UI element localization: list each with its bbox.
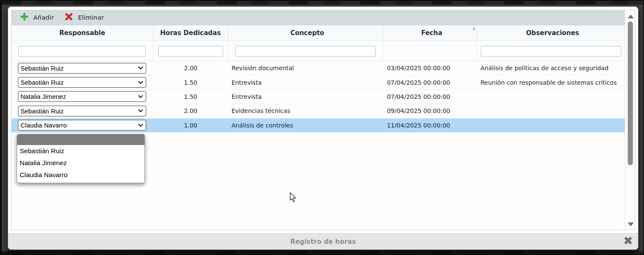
horas-cell: 1.50 bbox=[153, 90, 228, 104]
registro-de-horas-modal: Añadir Eliminar Responsable bbox=[8, 6, 638, 250]
filter-row bbox=[12, 41, 625, 61]
dropdown-option[interactable]: Natalia Jimenez bbox=[17, 157, 144, 169]
vertical-scrollbar[interactable] bbox=[625, 10, 635, 230]
column-header-horas[interactable]: Horas Dedicadas bbox=[153, 25, 228, 41]
select-value: Sebastián Ruiz bbox=[21, 65, 138, 72]
responsable-select[interactable]: Sebastián Ruiz bbox=[18, 77, 146, 88]
table-header-row: Responsable Horas Dedicadas Concepto Fec… bbox=[12, 25, 625, 41]
concepto-cell: Entrevista bbox=[228, 75, 384, 89]
concepto-cell: Entrevista bbox=[228, 90, 384, 104]
column-header-responsable[interactable]: Responsable bbox=[12, 25, 153, 41]
hours-table: Responsable Horas Dedicadas Concepto Fec… bbox=[12, 25, 625, 230]
dimmed-background-text-top bbox=[2, 1, 643, 5]
responsable-dropdown-list: Sebastián Ruiz Natalia Jimenez Claudia N… bbox=[17, 134, 145, 183]
horas-cell: 2.00 bbox=[153, 61, 228, 75]
toolbar: Añadir Eliminar bbox=[12, 10, 625, 25]
column-header-fecha[interactable]: Fecha ▲ bbox=[383, 25, 477, 41]
table-row[interactable]: Sebastián Ruiz 1.50 Entrevista 07/04/202… bbox=[12, 75, 625, 89]
column-header-observaciones[interactable]: Observaciones bbox=[477, 25, 625, 41]
concepto-cell: Evidencias técnicas bbox=[228, 104, 384, 118]
fecha-cell: 11/04/2025 00:00:00 bbox=[383, 119, 477, 132]
modal-footer: Registro de horas ✖ bbox=[8, 233, 638, 249]
concepto-cell: Revisión documental bbox=[228, 61, 384, 75]
scrollbar-thumb[interactable] bbox=[628, 21, 633, 165]
fecha-cell: 07/04/2025 00:00:00 bbox=[383, 90, 477, 104]
responsable-select-open[interactable]: Claudia Navarro bbox=[18, 120, 146, 130]
dropdown-option-empty-highlighted[interactable] bbox=[17, 134, 144, 145]
table-row[interactable]: Natalia Jimenez 1.50 Entrevista 07/04/20… bbox=[12, 90, 625, 104]
mouse-cursor bbox=[289, 192, 297, 205]
chevron-down-icon bbox=[138, 109, 143, 113]
observaciones-cell: Reunión con responsable de sistemas crít… bbox=[477, 75, 625, 89]
responsable-select[interactable]: Natalia Jimenez bbox=[18, 91, 146, 102]
x-delete-icon bbox=[65, 13, 73, 22]
chevron-down-icon bbox=[138, 95, 143, 98]
horas-cell: 1.50 bbox=[153, 75, 228, 89]
add-button[interactable]: Añadir bbox=[17, 11, 57, 24]
delete-button[interactable]: Eliminar bbox=[62, 11, 107, 24]
select-value: Sebastián Ruiz bbox=[21, 107, 138, 115]
concepto-cell: Análisis de controles bbox=[228, 119, 384, 132]
sort-ascending-icon: ▲ bbox=[472, 26, 475, 30]
scroll-down-icon[interactable] bbox=[628, 222, 634, 226]
dimmed-background-text-bottom bbox=[2, 251, 643, 254]
observaciones-cell bbox=[477, 119, 625, 132]
filter-input-concepto[interactable] bbox=[235, 46, 376, 56]
dropdown-option[interactable]: Claudia Navarro bbox=[17, 169, 144, 181]
filter-input-horas[interactable] bbox=[158, 46, 223, 56]
delete-button-label: Eliminar bbox=[78, 14, 104, 21]
chevron-down-icon bbox=[138, 66, 143, 70]
table-row[interactable]: Sebastián Ruiz 2.00 Revisión documental … bbox=[12, 61, 625, 75]
fecha-cell: 03/04/2025 00:00:00 bbox=[383, 61, 477, 75]
fecha-cell: 09/04/2025 00:00:00 bbox=[383, 104, 477, 118]
select-value: Sebastián Ruiz bbox=[21, 79, 138, 86]
observaciones-cell: Análisis de políticas de acceso y seguri… bbox=[477, 61, 625, 75]
filter-input-observaciones[interactable] bbox=[481, 46, 621, 56]
scroll-up-icon[interactable] bbox=[628, 15, 634, 18]
fecha-cell: 07/04/2025 00:00:00 bbox=[383, 75, 477, 89]
table-row-selected[interactable]: Claudia Navarro 1.00 Análisis de control… bbox=[12, 119, 625, 133]
select-value: Claudia Navarro bbox=[21, 122, 138, 129]
close-icon[interactable]: ✖ bbox=[623, 234, 633, 247]
chevron-down-icon bbox=[138, 81, 143, 84]
filter-input-responsable[interactable] bbox=[18, 46, 146, 56]
modal-title: Registro de horas bbox=[290, 238, 356, 246]
dimmed-page-overlay: Añadir Eliminar Responsable bbox=[0, 0, 644, 255]
horas-cell: 1.00 bbox=[153, 119, 228, 132]
chevron-down-icon bbox=[138, 124, 143, 127]
column-header-concepto[interactable]: Concepto bbox=[228, 25, 384, 41]
dropdown-option[interactable]: Sebastián Ruiz bbox=[17, 145, 144, 157]
select-value: Natalia Jimenez bbox=[21, 93, 138, 100]
observaciones-cell bbox=[477, 90, 625, 104]
plus-icon bbox=[21, 13, 28, 22]
filter-cell-fecha-empty bbox=[383, 41, 477, 61]
responsable-select[interactable]: Sebastián Ruiz bbox=[18, 106, 146, 116]
horas-cell: 2.00 bbox=[153, 104, 228, 118]
table-row[interactable]: Sebastián Ruiz 2.00 Evidencias técnicas … bbox=[12, 104, 625, 118]
add-button-label: Añadir bbox=[33, 14, 54, 21]
observaciones-cell bbox=[477, 104, 625, 118]
responsable-select[interactable]: Sebastián Ruiz bbox=[18, 63, 146, 74]
